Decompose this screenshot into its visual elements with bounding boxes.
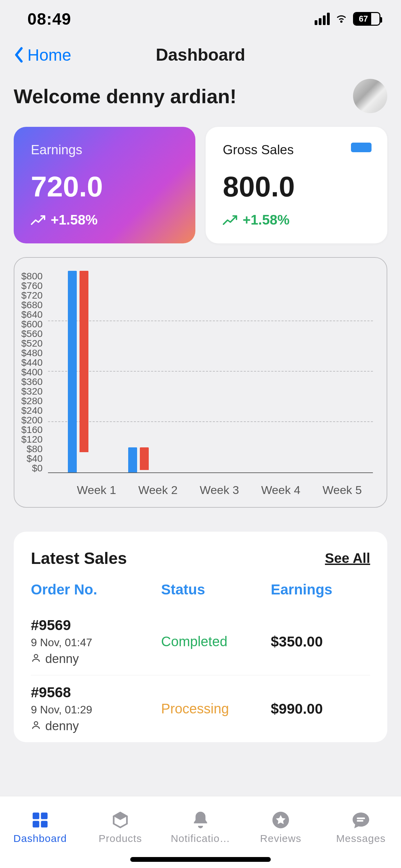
y-tick: $480 — [21, 348, 42, 358]
order-user-name: denny — [45, 652, 79, 666]
order-user: denny — [31, 719, 161, 733]
y-tick: $360 — [21, 377, 42, 387]
stat-cards: Earnings 720.0 +1.58% Gross Sales 800.0 … — [0, 127, 401, 243]
y-tick: $560 — [21, 329, 42, 339]
y-tick: $440 — [21, 358, 42, 367]
user-icon — [31, 652, 41, 666]
y-tick: $600 — [21, 320, 42, 329]
battery-level: 67 — [359, 14, 368, 24]
chart-plot — [48, 272, 373, 473]
welcome-text: Welcome denny ardian! — [14, 85, 236, 108]
earnings-card[interactable]: Earnings 720.0 +1.58% — [14, 127, 195, 243]
y-tick: $680 — [21, 300, 42, 310]
y-tick: $200 — [21, 415, 42, 425]
earnings-label: Earnings — [31, 143, 178, 157]
wifi-icon — [335, 11, 348, 26]
order-status: Processing — [161, 701, 271, 716]
order-cell: #95689 Nov, 01:29denny — [31, 684, 161, 733]
order-cell: #95699 Nov, 01:47denny — [31, 617, 161, 666]
battery-icon: 67 — [353, 12, 380, 26]
earnings-value: 720.0 — [31, 172, 178, 201]
order-date: 9 Nov, 01:47 — [31, 636, 161, 649]
bar — [80, 271, 88, 452]
welcome-row: Welcome denny ardian! — [0, 72, 401, 127]
avatar[interactable] — [353, 79, 387, 113]
tab-label: Messages — [336, 833, 386, 844]
y-tick: $760 — [21, 281, 42, 291]
order-date: 9 Nov, 01:29 — [31, 703, 161, 716]
messages-icon — [351, 810, 371, 830]
tab-dashboard[interactable]: Dashboard — [0, 796, 80, 868]
order-number: #9569 — [31, 617, 161, 634]
tab-label: Dashboard — [13, 833, 67, 844]
order-earnings: $350.00 — [271, 634, 370, 650]
trend-up-icon — [223, 214, 238, 226]
col-status-header: Status — [161, 581, 271, 598]
page-title: Dashboard — [156, 45, 245, 65]
reviews-icon — [271, 810, 291, 830]
order-user-name: denny — [45, 719, 79, 733]
y-tick: $320 — [21, 387, 42, 396]
svg-point-1 — [34, 722, 38, 725]
order-status: Completed — [161, 634, 271, 649]
back-label: Home — [27, 46, 71, 64]
latest-sales-title: Latest Sales — [31, 549, 127, 568]
gross-value: 800.0 — [223, 172, 370, 201]
tab-label: Products — [99, 833, 142, 844]
gridline — [48, 371, 373, 372]
products-icon — [110, 810, 130, 830]
user-icon — [31, 719, 41, 733]
table-row[interactable]: #95699 Nov, 01:47dennyCompleted$350.00 — [31, 608, 370, 675]
chart-y-axis: $800$760$720$680$640$600$560$520$480$440… — [21, 272, 48, 473]
legend-chip-icon — [351, 143, 372, 152]
y-tick: $120 — [21, 435, 42, 444]
y-tick: $280 — [21, 396, 42, 406]
col-order-header: Order No. — [31, 581, 161, 598]
x-tick: Week 1 — [66, 483, 127, 497]
earnings-trend-value: +1.58% — [51, 212, 98, 228]
gross-trend-value: +1.58% — [243, 212, 290, 228]
see-all-link[interactable]: See All — [325, 551, 370, 566]
status-bar: 08:49 67 — [0, 0, 401, 38]
y-tick: $640 — [21, 310, 42, 320]
back-button[interactable]: Home — [14, 46, 71, 64]
y-tick: $0 — [32, 463, 42, 473]
y-tick: $40 — [27, 454, 43, 463]
x-tick: Week 5 — [312, 483, 373, 497]
latest-sales-card: Latest Sales See All Order No. Status Ea… — [14, 532, 387, 742]
y-tick: $80 — [27, 444, 43, 454]
y-tick: $520 — [21, 339, 42, 348]
tab-label: Reviews — [260, 833, 301, 844]
bar — [140, 447, 149, 470]
x-tick: Week 2 — [127, 483, 189, 497]
home-indicator — [130, 857, 271, 862]
table-row[interactable]: #95689 Nov, 01:29dennyProcessing$990.00 — [31, 675, 370, 742]
sales-chart: $800$760$720$680$640$600$560$520$480$440… — [14, 257, 387, 508]
col-earnings-header: Earnings — [271, 581, 370, 598]
order-earnings: $990.00 — [271, 701, 370, 717]
bar — [128, 447, 137, 473]
x-tick: Week 3 — [189, 483, 250, 497]
cellular-signal-icon — [315, 13, 330, 25]
y-tick: $800 — [21, 272, 42, 281]
svg-rect-2 — [33, 812, 39, 819]
svg-rect-4 — [33, 821, 39, 827]
tab-messages[interactable]: Messages — [321, 796, 401, 868]
gross-sales-card[interactable]: Gross Sales 800.0 +1.58% — [206, 127, 387, 243]
bar — [68, 271, 77, 472]
y-tick: $160 — [21, 425, 42, 435]
y-tick: $400 — [21, 367, 42, 377]
tab-label: Notificatio… — [171, 833, 230, 844]
trend-up-icon — [31, 214, 46, 226]
y-tick: $240 — [21, 406, 42, 415]
gross-trend: +1.58% — [223, 212, 370, 228]
notifications-icon — [191, 810, 210, 830]
x-tick: Week 4 — [250, 483, 312, 497]
bar-group — [68, 271, 88, 472]
chart-x-axis: Week 1Week 2Week 3Week 4Week 5 — [66, 483, 373, 497]
nav-header: Home Dashboard — [0, 38, 401, 72]
order-number: #9568 — [31, 684, 161, 701]
status-indicators: 67 — [315, 11, 380, 26]
bar-group — [128, 447, 149, 473]
sales-table-head: Order No. Status Earnings — [31, 581, 370, 598]
